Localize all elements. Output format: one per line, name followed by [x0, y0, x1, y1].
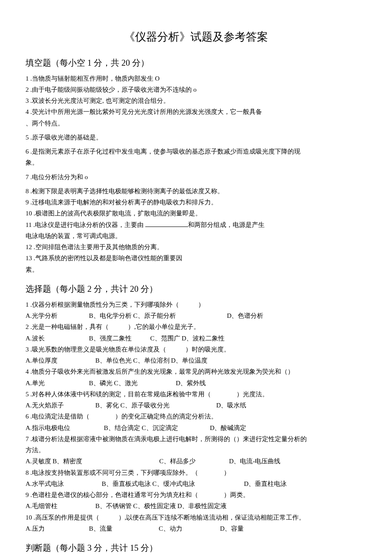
choice-q10-c: C、动力 [159, 524, 219, 534]
blank-line [145, 227, 188, 227]
choice-q6-options: A.指示电极电位 B、结合滴定 C、沉淀滴定 D、酸碱滴定 [26, 423, 366, 433]
choice-q7-c: C、样品多少 [159, 456, 228, 466]
choice-section-header: 选择题（每小题 2 分，共计 20 分） [26, 282, 366, 296]
fill-q3: 3 .双波长分光光度法可测定, 也可测定的混合组分。 [26, 96, 366, 106]
choice-q1-a: A.光学分析 [26, 311, 87, 321]
fill-q1: 1 .当物质与辐射能相互作用时，物质内部发生 O [26, 74, 366, 84]
choice-q8-a: A.水平式电泳 [26, 479, 100, 489]
choice-q1-options: A.光学分析 B、电化学分析 C、原子能分析 D、色谱分析 [26, 311, 366, 321]
fill-q11-text-a: 11 .电泳仪是进行电泳分析的仪器，主要由 [26, 221, 145, 228]
judge-section-header: 判断题（每小题 3 分，共计 15 分） [26, 541, 366, 555]
choice-q10: 10 .高压泵的作用是提供（ ）,以便在高压下连续不断地输送流动相，保证流动相能… [26, 513, 366, 523]
choice-q7-line2: 方法。 [26, 445, 366, 455]
choice-q2-cd: C、范围广 D、波粒二象性 [150, 334, 227, 343]
choice-q10-b: B、流量 [89, 524, 157, 534]
choice-q8-bc: B、垂直板式电泳 C、缓冲式电泳 [102, 479, 242, 489]
choice-q4-a: A.单光 [26, 378, 87, 388]
fill-q6-line2: 象。 [26, 158, 366, 168]
choice-q10-a: A.压力 [26, 524, 87, 534]
choice-q1-bc: B、电化学分析 C、原子能分析 [89, 311, 225, 321]
choice-q8-d: D、垂直柱电泳 [244, 479, 287, 489]
choice-q5-bc: B、雾化 C、原子吸收分光 [95, 401, 215, 410]
fill-q11-line2: 电泳电场的装置，常可调式电源。 [26, 231, 366, 241]
fill-q5: 5 .原子吸收光谱的基础是。 [26, 133, 366, 142]
choice-q5-options: A.无火焰原子 B、雾化 C、原子吸收分光 D、吸水纸 [26, 401, 366, 410]
fill-section-header: 填空题（每小空 1 分，共 20 分） [26, 56, 366, 70]
fill-q13-line1: 13 .气路系统的密闭性以及都是影响色谱仪性能的重要因 [26, 253, 366, 263]
fill-q11-text-b: 和两部分组成，电源是产生 [188, 221, 265, 228]
choice-q1: 1 .仪器分析根据测量物质性分为三类，下列哪项除外（ ） [26, 300, 366, 310]
choice-q4-options: A.单光 B、磷光 C、激光 D、紫外线 [26, 378, 366, 388]
choice-q3-options: A.单位厚度 B、单位色光 C、单位溶剂 D、单位温度 [26, 356, 366, 366]
choice-q3-a: A.单位厚度 [26, 356, 94, 366]
choice-q8-options: A.水平式电泳 B、垂直板式电泳 C、缓冲式电泳 D、垂直柱电泳 [26, 479, 366, 489]
fill-q4-line2: 、两个特点。 [26, 119, 366, 128]
fill-q6-line1: 6 .是指测元素原子在原子化过程中发生电离，使参与吸收的基态原子数减少而造成吸光… [26, 147, 366, 157]
fill-q8: 8 .检测下限是表明离子选择性电极能够检测待测离子的最低浓度又称。 [26, 186, 366, 196]
choice-q3: 3 .吸光系数的物理意义是吸光物质在单位浓度及（ ）时的吸光度。 [26, 345, 366, 355]
choice-q2-options: A.波长 B、强度二象性 C、范围广 D、波粒二象性 [26, 334, 366, 343]
choice-q6: 6 .电位滴定法是借助（ ）的变化正确定终点的滴定分析法。 [26, 412, 366, 421]
choice-q7-d: D、电流-电压曲线 [229, 456, 281, 466]
choice-q7-options: A.灵敏度 B、精密度 C、样品多少 D、电流-电压曲线 [26, 456, 366, 466]
choice-q5-d: D、吸水纸 [216, 401, 247, 410]
fill-q12: 12 .空间排阻色谱法主要用于及其他物质的分离。 [26, 242, 366, 252]
choice-q9-options: A.毛细管柱 B、不锈钢管 C、极性固定液 D、非极性固定液 [26, 501, 366, 511]
choice-q6-a: A.指示电极电位 [26, 423, 102, 433]
choice-q10-d: D、容量 [220, 524, 244, 534]
choice-q6-d: D、酸碱滴定 [210, 423, 247, 433]
choice-q6-bc: B、结合滴定 C、沉淀滴定 [104, 423, 208, 433]
choice-q9-a: A.毛细管柱 [26, 501, 94, 511]
page-title: 《仪器分析》试题及参考答案 [26, 29, 366, 46]
choice-q8: 8 .电泳按支持物装置形或不同可分三类，下列哪项应除外。（ ） [26, 468, 366, 478]
choice-q5: 5 .对各种人体体液中钙和镁的测定，目前在常规临床检验中常用（ ）光度法。 [26, 389, 366, 399]
fill-q2: 2 .由于电子能级间振动能级较少，原子吸收光谱为不连续的 o [26, 85, 366, 95]
fill-q13-line2: 素。 [26, 265, 366, 275]
fill-q4-line1: 4 .荧光计中所用光源一般比紫外可见分光光度计所用的光源发光强度大，它一般具备 [26, 107, 366, 117]
choice-q2-b: B、强度二象性 [89, 334, 149, 343]
fill-q11-line1: 11 .电泳仪是进行电泳分析的仪器，主要由 和两部分组成，电源是产生 [26, 220, 366, 230]
choice-q10-options: A.压力 B、流量 C、动力 D、容量 [26, 524, 366, 534]
choice-q3-bcd: B、单位色光 C、单位溶剂 D、单位温度 [95, 356, 208, 366]
fill-q10: 10 .极谱图上的波高代表极限扩散电流，扩散电流的测量即是。 [26, 209, 366, 218]
choice-q9: 9 .色谱柱是色谱仪的核心部分，色谱柱通常可分为填充柱和（ ）两类。 [26, 490, 366, 500]
choice-q2: 2 .光是一种电磁辐射，具有（ ）,它的最小单位是光子。 [26, 322, 366, 332]
choice-q1-d: D、色谱分析 [227, 311, 264, 321]
choice-q4-bc: B、磷光 C、激光 [89, 378, 174, 388]
fill-q9: 9 .迁移电流来源于电解池的和对被分析离子的静电吸收力和排斥力。 [26, 198, 366, 207]
fill-q7: 7 .电位分析法分为和 o [26, 172, 366, 182]
choice-q2-a: A.波长 [26, 334, 87, 343]
choice-q4: 4 .物质分子吸收外来光而被激发后所产生的发光现象，最常见的两种光致发光现象为荧… [26, 367, 366, 377]
choice-q7-ab: A.灵敏度 B、精密度 [26, 456, 158, 466]
choice-q5-a: A.无火焰原子 [26, 401, 94, 410]
choice-q4-d: D、紫外线 [176, 378, 206, 388]
choice-q9-bcd: B、不锈钢管 C、极性固定液 D、非极性固定液 [95, 501, 227, 511]
choice-q7-line1: 7 .核谱分析法是根据溶液中被测物质在滴汞电极上进行电解时，所测得的（）来进行定… [26, 434, 366, 444]
